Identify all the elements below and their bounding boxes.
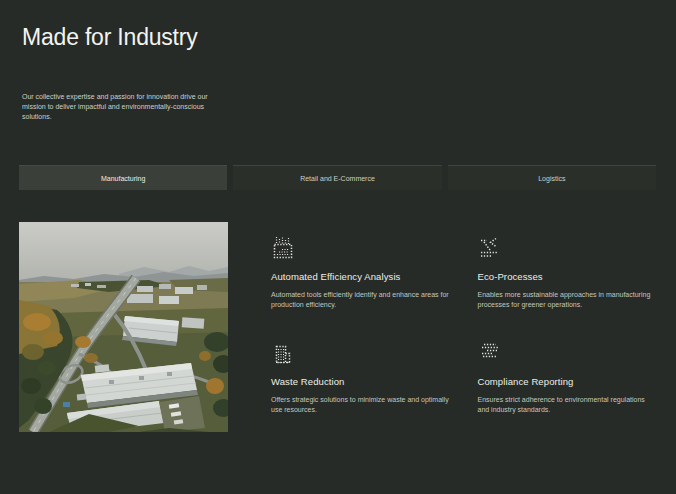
feature-card-waste-reduction: Waste Reduction Offers strategic solutio… xyxy=(271,341,450,415)
feature-description: Automated tools efficiently identify and… xyxy=(271,290,449,310)
made-for-industry-section: Made for Industry Our collective experti… xyxy=(0,0,676,494)
bar-chart-dotted-icon xyxy=(271,236,295,260)
feature-grid: Automated Efficiency Analysis Automated … xyxy=(271,222,656,432)
feature-title: Automated Efficiency Analysis xyxy=(271,271,450,282)
feature-title: Waste Reduction xyxy=(271,376,450,387)
feature-title: Compliance Reporting xyxy=(478,376,657,387)
feature-card-eco-processes: Eco-Processes Enables more sustainable a… xyxy=(478,236,657,310)
feature-description: Enables more sustainable approaches in m… xyxy=(478,290,656,310)
feature-card-compliance-reporting: Compliance Reporting Ensures strict adhe… xyxy=(478,341,657,415)
tab-retail-ecommerce[interactable]: Retail and E-Commerce xyxy=(233,165,441,190)
tab-content-manufacturing: Automated Efficiency Analysis Automated … xyxy=(19,222,656,432)
page-subtitle: Our collective expertise and passion for… xyxy=(22,92,228,122)
industry-tabs: Manufacturing Retail and E-Commerce Logi… xyxy=(19,165,656,190)
process-flow-dotted-icon xyxy=(478,236,502,260)
aerial-industrial-photo xyxy=(19,222,228,432)
feature-description: Offers strategic solutions to minimize w… xyxy=(271,395,449,415)
page-title: Made for Industry xyxy=(22,24,198,51)
factory-building-dotted-icon xyxy=(271,341,295,365)
tab-manufacturing[interactable]: Manufacturing xyxy=(19,165,227,190)
report-lines-dotted-icon xyxy=(478,341,502,365)
feature-description: Ensures strict adherence to environmenta… xyxy=(478,395,656,415)
feature-title: Eco-Processes xyxy=(478,271,657,282)
feature-card-automated-efficiency: Automated Efficiency Analysis Automated … xyxy=(271,236,450,310)
tab-logistics[interactable]: Logistics xyxy=(448,165,656,190)
